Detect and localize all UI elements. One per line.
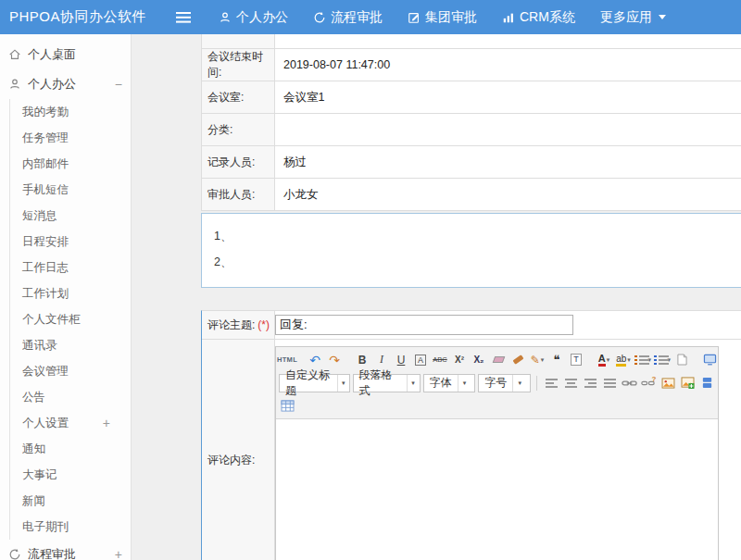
sidebar: 个人桌面 个人办公 − 我的考勤 任务管理 内部邮件 手机短信 短消息 日程安排… (0, 34, 132, 560)
sidebar-item-label: 电子期刊 (22, 519, 69, 535)
row-label: 记录人员: (202, 146, 275, 178)
nav-workflow-approval[interactable]: 流程审批 (313, 9, 383, 26)
nav-more-apps[interactable]: 更多应用 (600, 9, 666, 26)
sidebar-item-contacts[interactable]: 通讯录 (10, 332, 131, 358)
pen-icon: ✎ (531, 354, 540, 367)
sidebar-item-label: 大事记 (22, 467, 57, 483)
align-center-button[interactable] (562, 374, 579, 392)
paste-from-word-button[interactable]: T (568, 351, 584, 368)
strikethrough-button[interactable]: ABC (432, 351, 448, 368)
sidebar-item-file-cabinet[interactable]: 个人文件柜 (10, 306, 131, 332)
approver-value: 小龙女 (275, 179, 741, 210)
undo-button[interactable]: ↶ (307, 351, 323, 368)
sidebar-item-desktop[interactable]: 个人桌面 (0, 40, 131, 69)
upload-image-button[interactable] (679, 374, 696, 392)
row-value-cell (275, 34, 741, 48)
paint-format-button[interactable]: ✎▾ (529, 351, 546, 368)
sidebar-item-personal-office[interactable]: 个人办公 − (0, 69, 131, 99)
sidebar-item-label: 个人文件柜 (22, 312, 81, 328)
comment-content-row: 评论内容: HTML ↶ ↷ B I U (202, 340, 741, 560)
row-label: 分类: (202, 114, 275, 145)
hamburger-menu-icon[interactable] (176, 12, 191, 23)
monitor-icon (703, 354, 717, 366)
underline-button[interactable]: U (393, 351, 409, 368)
link-icon (622, 379, 637, 388)
sidebar-item-label: 个人桌面 (28, 46, 76, 63)
nav-group-approval[interactable]: 集团审批 (408, 9, 477, 26)
nav-label: 集团审批 (425, 9, 477, 26)
highlight-color-button[interactable]: ab▾ (615, 351, 632, 368)
font-size-select[interactable]: 字号▾ (478, 374, 531, 392)
source-code-button[interactable]: HTML (279, 351, 295, 368)
sidebar-item-short-message[interactable]: 短消息 (10, 203, 131, 229)
sidebar-item-label: 工作日志 (22, 260, 69, 276)
expand-icon[interactable]: + (103, 416, 110, 430)
sidebar-item-news[interactable]: 新闻 (10, 488, 131, 514)
sidebar-item-label: 个人设置 (22, 416, 69, 431)
image-icon (661, 378, 675, 389)
history-icon (313, 11, 326, 24)
font-family-select[interactable]: 字体▾ (423, 374, 476, 392)
row-label: 会议室: (202, 81, 275, 113)
sidebar-item-e-journal[interactable]: 电子期刊 (10, 514, 131, 540)
collapse-icon[interactable]: − (115, 77, 122, 92)
redo-button[interactable]: ↷ (326, 351, 343, 368)
align-right-button[interactable] (582, 374, 598, 392)
caret-down-icon: ▾ (667, 356, 671, 364)
sidebar-item-meeting-management[interactable]: 会议管理 (10, 358, 131, 384)
new-page-button[interactable] (673, 351, 690, 368)
sidebar-item-notice[interactable]: 通知 (10, 436, 131, 462)
sidebar-item-label: 我的考勤 (22, 105, 69, 120)
italic-button[interactable]: I (373, 351, 390, 368)
rich-text-editor: HTML ↶ ↷ B I U A ABC X² X₂ (275, 346, 719, 560)
subscript-button[interactable]: X₂ (471, 351, 487, 368)
sidebar-item-work-log[interactable]: 工作日志 (10, 255, 131, 280)
insert-table-button[interactable] (279, 397, 295, 415)
fullscreen-button[interactable] (701, 351, 718, 368)
nav-crm-system[interactable]: CRM系统 (502, 9, 575, 26)
bold-button[interactable]: B (354, 351, 370, 368)
editor-content-area[interactable] (276, 419, 718, 560)
sidebar-item-events[interactable]: 大事记 (10, 462, 131, 488)
sidebar-item-tasks[interactable]: 任务管理 (10, 125, 131, 151)
image-add-icon (681, 377, 695, 389)
page-icon (677, 354, 687, 366)
unordered-list-button[interactable]: ▾ (654, 351, 671, 368)
format-brush-button[interactable] (509, 351, 526, 368)
insert-media-button[interactable] (698, 374, 715, 392)
remove-format-button[interactable]: A (415, 355, 426, 366)
history-icon (8, 548, 21, 560)
sidebar-item-personal-settings[interactable]: 个人设置+ (10, 410, 131, 436)
nav-label: CRM系统 (520, 9, 575, 26)
user-icon (219, 11, 232, 24)
custom-heading-select[interactable]: 自定义标题▾ (279, 374, 350, 392)
meeting-content-box: 1、 2、 (201, 213, 741, 288)
ordered-list-button[interactable]: ▾ (634, 351, 651, 368)
sidebar-item-workflow-approval[interactable]: 流程审批 + (0, 540, 131, 560)
paragraph-format-select[interactable]: 段落格式▾ (353, 374, 421, 392)
sidebar-item-attendance[interactable]: 我的考勤 (10, 99, 131, 125)
sidebar-item-schedule[interactable]: 日程安排 (10, 229, 131, 255)
sidebar-item-announcement[interactable]: 公告 (10, 384, 131, 410)
insert-link-button[interactable] (621, 374, 637, 392)
eraser-button[interactable] (490, 351, 507, 368)
insert-image-button[interactable] (659, 374, 676, 392)
remove-link-button[interactable]: ? (640, 374, 657, 392)
sidebar-item-sms[interactable]: 手机短信 (10, 177, 131, 203)
nav-personal-office[interactable]: 个人办公 (219, 9, 288, 26)
justify-button[interactable] (601, 374, 618, 392)
nav-label: 个人办公 (236, 9, 288, 26)
comment-subject-label-cell: 评论主题: (*) (202, 311, 275, 339)
comment-subject-input[interactable] (275, 315, 573, 335)
row-label-cell (202, 34, 275, 48)
align-left-button[interactable] (543, 374, 559, 392)
sidebar-item-work-plan[interactable]: 工作计划 (10, 280, 131, 306)
sidebar-item-label: 工作计划 (22, 286, 69, 302)
sidebar-item-internal-mail[interactable]: 内部邮件 (10, 151, 131, 177)
superscript-button[interactable]: X² (451, 351, 468, 368)
comment-subject-row: 评论主题: (*) (202, 311, 741, 340)
font-color-button[interactable]: A▾ (596, 351, 612, 368)
blockquote-button[interactable]: ❝ (548, 351, 565, 368)
sidebar-item-label: 新闻 (22, 493, 45, 509)
expand-icon[interactable]: + (115, 547, 122, 560)
